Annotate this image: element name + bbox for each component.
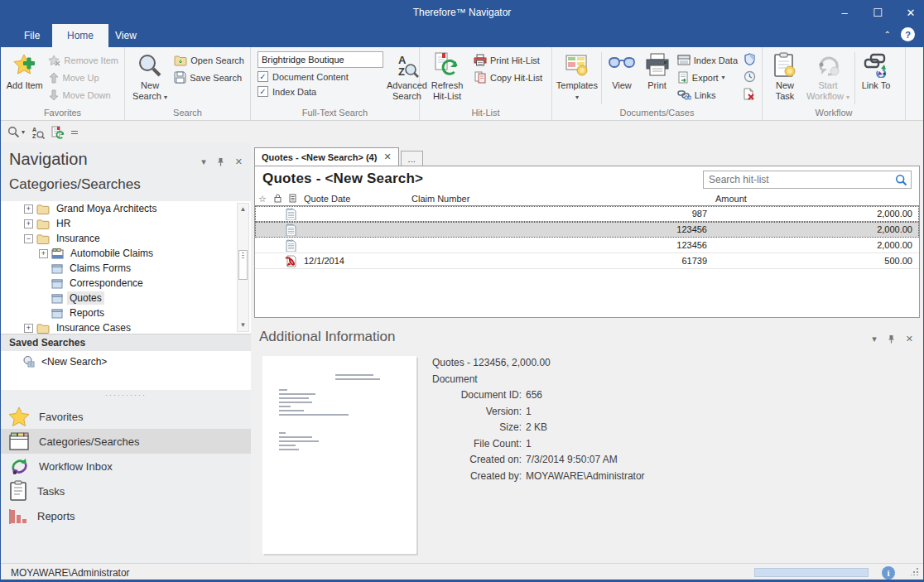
move-down-button[interactable]: Move Down	[46, 86, 121, 103]
info-icon[interactable]: i	[882, 566, 895, 580]
favorite-column-icon: ☆	[255, 194, 270, 204]
pane-menu-icon[interactable]: ▾	[201, 156, 206, 167]
index-data-checkbox-row[interactable]: Index Data	[257, 85, 383, 98]
nav-button-favorites[interactable]: Favorites	[1, 404, 251, 429]
remove-item-icon	[48, 55, 61, 66]
expand-icon[interactable]: +	[39, 249, 48, 258]
tab-view[interactable]: View	[100, 24, 152, 47]
scroll-thumb[interactable]	[238, 250, 248, 280]
ribbon-group-fulltext: Document Content Index Data AZ Advanced …	[251, 47, 420, 120]
links-button[interactable]: Links	[675, 86, 740, 103]
nav-button-reports[interactable]: Reports	[1, 503, 251, 528]
tree-item-automobile-claims[interactable]: + Automobile Claims	[1, 246, 251, 261]
hit-row-4[interactable]: 12/1/2014 61739 500.00	[255, 253, 919, 269]
panel-splitter[interactable]: ··········	[1, 390, 251, 402]
saved-searches-list: <New Search>	[1, 351, 251, 390]
tab-overflow[interactable]: ...	[401, 151, 423, 166]
tree-item-correspondence[interactable]: Correspondence	[1, 276, 251, 291]
fulltext-query-input[interactable]	[257, 51, 383, 68]
pin-icon[interactable]	[888, 334, 895, 344]
start-workflow-button[interactable]: Start Workflow ▾	[804, 50, 852, 103]
field-label: Created on:	[432, 452, 522, 469]
print-button[interactable]: Print	[639, 50, 675, 91]
hit-list-column-header[interactable]: ☆ Quote Date Claim Number Amount	[255, 192, 919, 206]
column-amount[interactable]: Amount	[710, 194, 919, 204]
collapse-ribbon-icon[interactable]: ⌃	[884, 30, 891, 39]
hit-row-3[interactable]: 123456 2,000.00	[255, 238, 919, 253]
index-data-checkbox[interactable]	[257, 86, 268, 97]
permissions-button[interactable]	[742, 51, 757, 66]
link-to-button[interactable]: Link To	[858, 50, 894, 91]
hit-list-search-input[interactable]	[709, 171, 887, 188]
index-data-button[interactable]: Index Data	[675, 51, 740, 69]
search-icon[interactable]	[895, 174, 907, 186]
move-up-button[interactable]: Move Up	[46, 69, 121, 86]
expand-icon[interactable]: +	[24, 204, 33, 214]
help-icon[interactable]: ?	[901, 27, 915, 41]
tree-item-grand-moya-architects[interactable]: + Grand Moya Architects	[1, 201, 251, 216]
status-bar: MOYAWARE\Administrator i	[1, 563, 923, 581]
minimize-button[interactable]: –	[839, 7, 850, 19]
column-claim-number[interactable]: Claim Number	[407, 194, 710, 204]
tree-item-quotes[interactable]: Quotes	[1, 291, 251, 305]
copy-hitlist-button[interactable]: Copy Hit-List	[471, 69, 545, 86]
toolbar-overflow-icon[interactable]	[71, 129, 78, 136]
hit-row-1[interactable]: 987 2,000.00	[255, 206, 919, 222]
tree-item-hr[interactable]: + HR	[1, 216, 251, 231]
scroll-down-icon[interactable]: ▼	[238, 320, 248, 331]
tree-item-insurance-cases[interactable]: + Insurance Cases	[1, 320, 251, 334]
refresh-hitlist-button[interactable]: Refresh Hit-List	[423, 50, 471, 102]
nav-button-categories-searches[interactable]: Categories/Searches	[1, 429, 251, 454]
quick-fulltext-button[interactable]: AZ	[31, 126, 45, 139]
field-value: 2 KB	[526, 420, 645, 436]
quick-search-button[interactable]: ▾	[7, 126, 25, 138]
delete-document-button[interactable]	[742, 86, 757, 101]
pin-icon[interactable]	[217, 157, 224, 166]
open-search-button[interactable]: Open Search	[171, 51, 247, 69]
field-value: 7/3/2014 9:50:07 AM	[526, 452, 645, 469]
tab-quotes-new-search[interactable]: Quotes - <New Search> (4) ✕	[254, 147, 399, 166]
print-hitlist-button[interactable]: Print Hit-List	[471, 51, 545, 69]
expand-icon[interactable]: +	[24, 219, 33, 228]
tab-close-icon[interactable]: ✕	[383, 152, 391, 162]
add-item-star-icon	[4, 51, 46, 80]
hit-list-search-box[interactable]	[703, 171, 912, 189]
expand-icon[interactable]: +	[24, 324, 33, 333]
pane-close-icon[interactable]: ✕	[906, 334, 913, 344]
hit-row-2-selected[interactable]: 123456 2,000.00	[255, 222, 919, 238]
pane-menu-icon[interactable]: ▾	[872, 334, 877, 344]
document-content-checkbox-row[interactable]: Document Content	[257, 70, 383, 83]
saved-search-new-search[interactable]: <New Search>	[1, 351, 251, 368]
save-search-button[interactable]: Save Search	[171, 69, 247, 86]
column-quote-date[interactable]: Quote Date	[300, 194, 407, 204]
ribbon-group-search: New Search ▾ Open Search Save Search Sea…	[125, 47, 251, 120]
tree-item-insurance[interactable]: − Insurance	[1, 231, 251, 246]
document-content-checkbox[interactable]	[257, 71, 268, 82]
document-preview-thumbnail[interactable]	[262, 356, 416, 554]
maximize-button[interactable]: ☐	[872, 7, 883, 19]
delete-document-icon	[744, 88, 755, 100]
nav-button-workflow-inbox[interactable]: Workflow Inbox	[1, 454, 251, 479]
scroll-up-icon[interactable]: ▲	[238, 204, 248, 215]
tab-file[interactable]: File	[9, 24, 55, 47]
resize-grip[interactable]	[911, 568, 918, 575]
tree-item-claims-forms[interactable]: Claims Forms	[1, 261, 251, 276]
quick-refresh-button[interactable]	[51, 126, 65, 139]
new-task-button[interactable]: New Task	[766, 50, 804, 102]
add-item-button[interactable]: Add Item	[4, 50, 46, 91]
view-button[interactable]: View	[604, 50, 640, 91]
links-icon	[677, 89, 691, 100]
collapse-icon[interactable]: −	[24, 234, 33, 243]
export-button[interactable]: Export ▾	[675, 69, 740, 86]
templates-button[interactable]: Templates ▾	[556, 50, 599, 103]
close-button[interactable]: ✕	[905, 7, 917, 19]
tree-item-reports[interactable]: Reports	[1, 305, 251, 320]
group-label-search: Search	[125, 107, 250, 120]
pane-close-icon[interactable]: ✕	[235, 156, 243, 167]
window-title: Therefore™ Navigator	[1, 7, 923, 18]
nav-button-tasks[interactable]: Tasks	[1, 479, 251, 503]
tree-scrollbar[interactable]: ▲ ▼	[237, 203, 249, 332]
new-search-button[interactable]: New Search ▾	[128, 50, 171, 103]
history-button[interactable]	[742, 69, 757, 84]
remove-item-button[interactable]: Remove Item	[46, 51, 121, 69]
